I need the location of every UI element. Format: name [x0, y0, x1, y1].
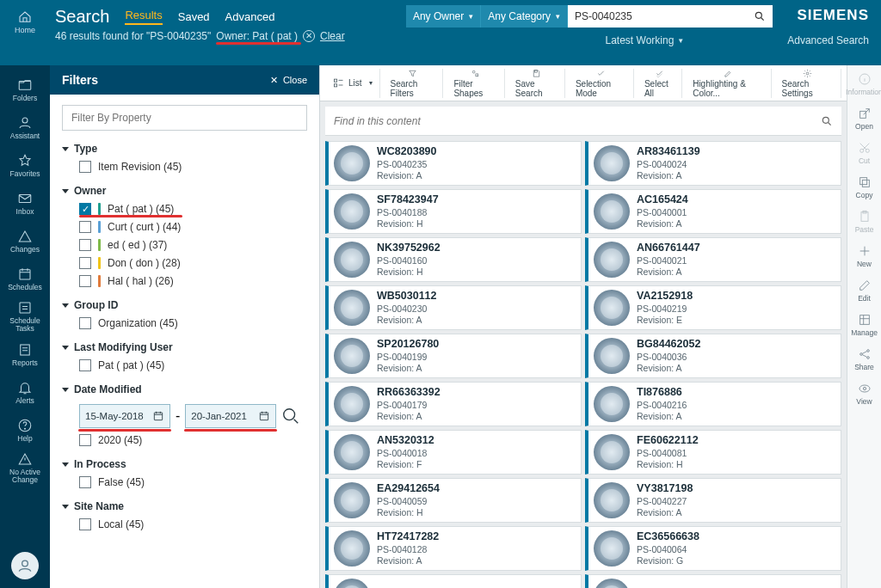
toolbar-search-settings[interactable]: Search Settings	[775, 69, 841, 98]
filter-group-in-process[interactable]: In Process	[62, 458, 307, 470]
filters-close-button[interactable]: ✕ Close	[270, 75, 307, 86]
filter-group-group-id[interactable]: Group ID	[62, 299, 307, 311]
owner-dropdown[interactable]: Any Owner▾	[406, 5, 481, 28]
checkbox[interactable]	[79, 257, 91, 269]
result-card[interactable]: AN66761447PS-0040021Revision: A	[585, 237, 841, 282]
result-card[interactable]: AR83461139PS-0040024Revision: A	[585, 141, 841, 186]
result-card[interactable]: EA29412654PS-0040059Revision: H	[325, 478, 582, 523]
filter-row[interactable]: Hal ( hal ) (26)	[79, 275, 307, 287]
toolbar-highlight[interactable]: Highlighting & Color...	[686, 69, 771, 98]
owner-chip[interactable]: Owner: Pat ( pat )	[216, 30, 298, 42]
result-card[interactable]: NK39752962PS-0040160Revision: H	[325, 237, 582, 282]
result-card[interactable]: VY3817198PS-0040227Revision: A	[585, 478, 841, 523]
home-icon[interactable]	[17, 10, 33, 24]
rail-item-inbox[interactable]: Inbox	[0, 184, 50, 222]
result-card[interactable]: RR66363392PS-0040179Revision: A	[325, 382, 582, 426]
filter-row[interactable]: Pat ( pat ) (45)	[79, 359, 307, 371]
right-rail-copy[interactable]: Copy	[847, 175, 882, 199]
rail-item-no-active-change[interactable]: No Active Change	[0, 449, 50, 487]
filter-group-date-modified[interactable]: Date Modified	[62, 383, 307, 395]
toolbar-search-filters[interactable]: Search Filters	[384, 69, 444, 98]
filter-group-site-name[interactable]: Site Name	[62, 500, 307, 512]
result-card[interactable]: UT75713080	[585, 574, 841, 588]
clear-link[interactable]: Clear	[320, 30, 345, 42]
rail-item-assistant[interactable]: Assistant	[0, 108, 50, 146]
right-rail-manage[interactable]: Manage	[847, 313, 882, 337]
tab-saved[interactable]: Saved	[178, 10, 210, 23]
checkbox[interactable]	[79, 221, 91, 233]
calendar-icon[interactable]	[152, 410, 164, 422]
tab-advanced[interactable]: Advanced	[225, 10, 275, 23]
date-search-icon[interactable]	[281, 407, 300, 426]
checkbox[interactable]	[79, 359, 91, 371]
rail-item-reports[interactable]: Reports	[0, 335, 50, 373]
result-card[interactable]: BG84462052PS-0040036Revision: A	[585, 334, 841, 378]
rail-item-schedule-tasks[interactable]: Schedule Tasks	[0, 297, 50, 335]
rail-item-folders[interactable]: Folders	[0, 70, 50, 108]
filter-row[interactable]: 2020 (45)	[79, 434, 307, 446]
toolbar-save-search[interactable]: Save Search	[508, 69, 565, 98]
right-rail-new[interactable]: New	[847, 244, 882, 268]
tab-results[interactable]: Results	[125, 9, 162, 25]
search-icon[interactable]	[821, 115, 833, 127]
result-card[interactable]: EA816892	[325, 574, 582, 588]
rail-item-favorites[interactable]: Favorites	[0, 146, 50, 184]
date-to-input[interactable]: 20-Jan-2021	[185, 404, 276, 428]
search-icon[interactable]	[754, 10, 766, 22]
filter-group-owner[interactable]: Owner	[62, 185, 307, 197]
rail-item-schedules[interactable]: Schedules	[0, 260, 50, 297]
filter-row[interactable]: Curt ( curt ) (44)	[79, 221, 307, 233]
result-card[interactable]: EC36566638PS-0040064Revision: G	[585, 526, 841, 571]
checkbox[interactable]	[79, 434, 91, 446]
filter-row[interactable]: Don ( don ) (28)	[79, 257, 307, 269]
advanced-search-link[interactable]: Advanced Search	[787, 34, 869, 46]
result-card[interactable]: SP20126780PS-0040199Revision: A	[325, 334, 582, 378]
filter-row[interactable]: ✓Pat ( pat ) (45)	[79, 203, 307, 215]
filter-row[interactable]: Item Revision (45)	[79, 161, 307, 173]
rail-item-changes[interactable]: Changes	[0, 222, 50, 260]
calendar-icon[interactable]	[258, 410, 270, 422]
date-from-input[interactable]: 15-May-2018	[79, 404, 170, 428]
toolbar-selection-mode[interactable]: Selection Mode	[569, 69, 634, 98]
remove-owner-icon[interactable]: ✕	[303, 30, 315, 42]
checkbox[interactable]	[79, 161, 91, 173]
result-card[interactable]: SF78423947PS-0040188Revision: H	[325, 189, 582, 234]
right-rail-information[interactable]: Information	[847, 72, 882, 96]
rail-item-help[interactable]: Help	[0, 411, 50, 449]
right-rail-cut[interactable]: Cut	[847, 141, 882, 165]
result-card[interactable]: WB5030112PS-0040230Revision: A	[325, 285, 582, 330]
right-rail-paste[interactable]: Paste	[847, 210, 882, 234]
result-card[interactable]: TI876886PS-0040216Revision: A	[585, 382, 841, 426]
right-rail-view[interactable]: View	[847, 382, 882, 406]
checkbox[interactable]	[79, 239, 91, 251]
filter-row[interactable]: False (45)	[79, 476, 307, 488]
find-input[interactable]	[334, 115, 821, 127]
toolbar-select-all[interactable]: Select All	[638, 69, 682, 98]
toolbar-list[interactable]: List▾	[325, 69, 380, 98]
result-card[interactable]: VA2152918PS-0040219Revision: E	[585, 285, 841, 330]
filter-group-type[interactable]: Type	[62, 143, 307, 155]
right-rail-edit[interactable]: Edit	[847, 279, 882, 303]
result-card[interactable]: FE60622112PS-0040081Revision: H	[585, 430, 841, 475]
filter-row[interactable]: Local (45)	[79, 518, 307, 530]
right-rail-open[interactable]: Open	[847, 107, 882, 131]
filter-row[interactable]: ed ( ed ) (37)	[79, 239, 307, 251]
checkbox[interactable]	[79, 476, 91, 488]
filter-property-input[interactable]	[62, 105, 307, 131]
result-card[interactable]: HT72417282PS-0040128Revision: A	[325, 526, 582, 571]
toolbar-filter-shapes[interactable]: Filter Shapes	[447, 69, 504, 98]
global-search-input[interactable]: PS-0040235	[568, 5, 773, 28]
latest-working-dropdown[interactable]: Latest Working ▼	[606, 34, 685, 46]
rail-item-alerts[interactable]: Alerts	[0, 373, 50, 411]
find-in-content[interactable]	[325, 107, 841, 136]
checkbox[interactable]	[79, 317, 91, 329]
result-card[interactable]: AN5320312PS-0040018Revision: F	[325, 430, 582, 475]
result-card[interactable]: AC165424PS-0040001Revision: A	[585, 189, 841, 234]
filter-row[interactable]: Organization (45)	[79, 317, 307, 329]
checkbox[interactable]	[79, 275, 91, 287]
checkbox[interactable]: ✓	[79, 203, 91, 215]
user-avatar[interactable]	[11, 552, 39, 579]
filter-group-last-modifying-user[interactable]: Last Modifying User	[62, 341, 307, 353]
checkbox[interactable]	[79, 518, 91, 530]
right-rail-share[interactable]: Share	[847, 347, 882, 371]
